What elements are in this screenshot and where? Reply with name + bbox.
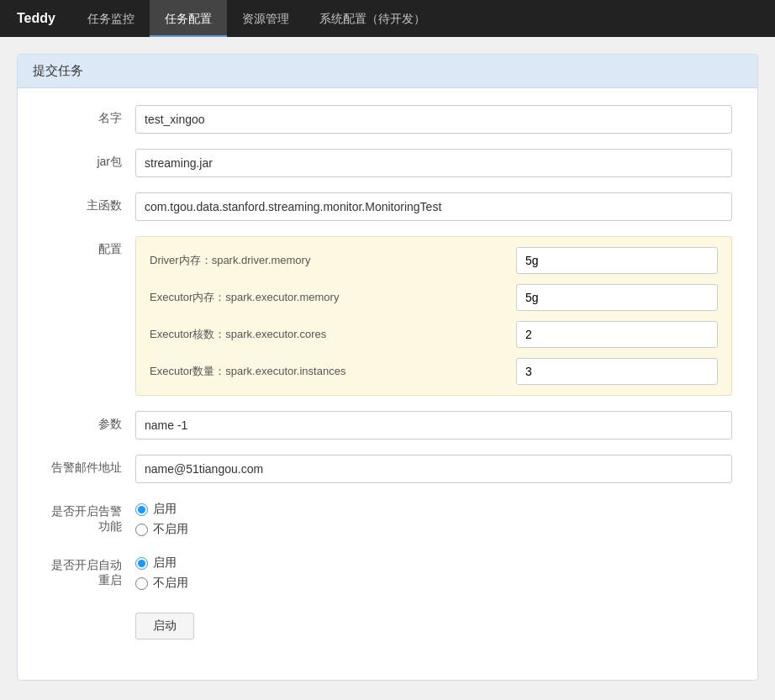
- jar-label: jar包: [43, 149, 135, 170]
- alert-enable-radio[interactable]: [135, 503, 148, 516]
- executor-instances-row: Executor数量：spark.executor.instances: [150, 358, 718, 385]
- name-input[interactable]: [135, 105, 732, 134]
- driver-memory-row: Driver内存：spark.driver.memory: [150, 247, 718, 274]
- auto-restart-row: 是否开启自动重启 启用 不启用: [43, 552, 732, 591]
- restart-enable-radio[interactable]: [135, 557, 148, 570]
- main-func-label: 主函数: [43, 192, 135, 213]
- jar-row: jar包: [43, 149, 732, 177]
- card-body: 名字 jar包 主函数 配置 Driver内存：spark.driver.mem…: [18, 88, 757, 680]
- alert-enable-option[interactable]: 启用: [135, 502, 732, 517]
- card-title: 提交任务: [18, 55, 757, 88]
- submit-row: 启动: [43, 606, 732, 639]
- executor-memory-row: Executor内存：spark.executor.memory: [150, 284, 718, 311]
- restart-disable-option[interactable]: 不启用: [135, 576, 732, 591]
- restart-enable-label: 启用: [153, 555, 177, 571]
- params-label: 参数: [43, 411, 135, 432]
- alert-email-label: 告警邮件地址: [43, 455, 135, 476]
- main-func-input[interactable]: [135, 192, 732, 221]
- executor-memory-input[interactable]: [516, 284, 718, 311]
- name-label: 名字: [43, 105, 135, 126]
- params-input[interactable]: [135, 411, 732, 439]
- nav-item-system-config[interactable]: 系统配置（待开发）: [304, 0, 440, 37]
- alert-disable-label: 不启用: [153, 522, 188, 537]
- name-row: 名字: [43, 105, 732, 134]
- executor-cores-row: Executor核数：spark.executor.cores: [150, 321, 718, 348]
- restart-disable-label: 不启用: [153, 576, 188, 591]
- submit-button[interactable]: 启动: [135, 613, 194, 639]
- executor-instances-input[interactable]: [516, 358, 718, 385]
- alert-enable-label: 启用: [153, 502, 177, 517]
- alert-toggle-row: 是否开启告警功能 启用 不启用: [43, 498, 732, 537]
- alert-disable-option[interactable]: 不启用: [135, 522, 732, 537]
- config-row: 配置 Driver内存：spark.driver.memory Executor…: [43, 236, 732, 396]
- nav-item-task-config[interactable]: 任务配置: [150, 0, 227, 37]
- main-content: 提交任务 名字 jar包 主函数 配置 Dr: [0, 37, 775, 697]
- main-func-row: 主函数: [43, 192, 732, 221]
- jar-input[interactable]: [135, 149, 732, 177]
- restart-enable-option[interactable]: 启用: [135, 555, 732, 571]
- navbar: Teddy 任务监控 任务配置 资源管理 系统配置（待开发）: [0, 0, 775, 37]
- executor-instances-label: Executor数量：spark.executor.instances: [150, 364, 516, 379]
- auto-restart-label: 是否开启自动重启: [43, 552, 135, 588]
- driver-memory-input[interactable]: [516, 247, 718, 274]
- submit-task-card: 提交任务 名字 jar包 主函数 配置 Dr: [17, 54, 758, 681]
- executor-cores-label: Executor核数：spark.executor.cores: [150, 327, 516, 342]
- config-label: 配置: [43, 236, 135, 257]
- alert-disable-radio[interactable]: [135, 524, 148, 536]
- navbar-brand[interactable]: Teddy: [0, 11, 72, 26]
- config-box: Driver内存：spark.driver.memory Executor内存：…: [135, 236, 732, 396]
- alert-toggle-group: 启用 不启用: [135, 498, 732, 537]
- params-row: 参数: [43, 411, 732, 439]
- alert-toggle-label: 是否开启告警功能: [43, 498, 135, 534]
- restart-disable-radio[interactable]: [135, 577, 148, 590]
- auto-restart-group: 启用 不启用: [135, 552, 732, 591]
- nav-item-resource-manage[interactable]: 资源管理: [227, 0, 304, 37]
- nav-item-task-monitor[interactable]: 任务监控: [72, 0, 150, 37]
- executor-memory-label: Executor内存：spark.executor.memory: [150, 290, 516, 305]
- driver-memory-label: Driver内存：spark.driver.memory: [150, 253, 516, 268]
- alert-email-input[interactable]: [135, 455, 732, 483]
- alert-email-row: 告警邮件地址: [43, 455, 732, 483]
- executor-cores-input[interactable]: [516, 321, 718, 348]
